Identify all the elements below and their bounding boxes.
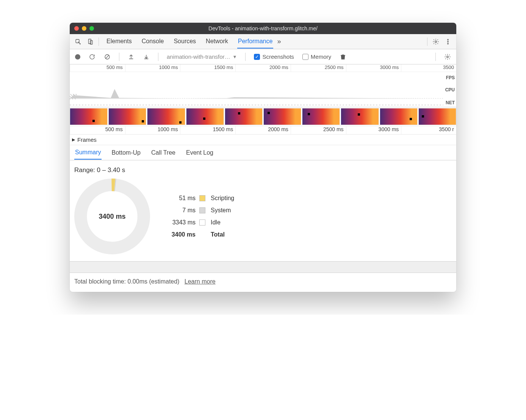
inspect-icon[interactable]	[72, 36, 84, 48]
performance-toolbar: animation-with-transfor… ▼ ✓ Screenshots…	[70, 49, 456, 64]
fps-lane-label: FPS	[446, 75, 455, 80]
svg-point-6	[448, 43, 449, 44]
cpu-lane-label: CPU	[445, 87, 455, 92]
minimize-window-button[interactable]	[82, 26, 86, 31]
tick: 1000 ms	[125, 126, 180, 134]
drawer-strip	[70, 262, 456, 273]
svg-point-4	[448, 39, 449, 40]
titlebar: DevTools - animation-with-transform.glit…	[70, 23, 456, 34]
load-profile-button[interactable]	[125, 53, 137, 60]
divider	[99, 38, 99, 46]
tab-console[interactable]: Console	[141, 35, 165, 49]
screenshots-label: Screenshots	[262, 53, 294, 60]
filmstrip-frame[interactable]	[108, 108, 146, 125]
memory-toggle[interactable]: Memory	[300, 53, 333, 60]
tick: 3000 ms	[346, 64, 401, 72]
learn-more-link[interactable]: Learn more	[185, 278, 216, 285]
overview-lanes: FPS CPU NET	[70, 72, 456, 107]
more-tabs-icon[interactable]: »	[273, 38, 285, 45]
legend-label: Scripting	[211, 195, 234, 202]
timeline-overview[interactable]: 500 ms 1000 ms 1500 ms 2000 ms 2500 ms 3…	[70, 64, 456, 107]
tab-summary[interactable]: Summary	[74, 146, 102, 160]
tab-bottom-up[interactable]: Bottom-Up	[111, 146, 141, 159]
filmstrip-frame[interactable]	[186, 108, 224, 125]
legend-value: 51 ms	[161, 195, 196, 202]
legend-swatch-idle	[199, 219, 205, 226]
panel-tabs: Elements Console Sources Network Perform…	[106, 35, 273, 49]
kebab-menu-icon[interactable]	[442, 36, 454, 48]
tab-sources[interactable]: Sources	[173, 35, 197, 49]
tab-performance[interactable]: Performance	[237, 35, 274, 49]
device-toggle-icon[interactable]	[84, 36, 96, 48]
screenshots-toggle[interactable]: ✓ Screenshots	[252, 53, 296, 60]
divider	[119, 53, 119, 61]
range-label: Range: 0 – 3.40 s	[74, 166, 452, 174]
tick: 500 ms	[70, 64, 125, 72]
save-profile-button[interactable]	[141, 53, 152, 60]
recording-selector[interactable]: animation-with-transfor… ▼	[164, 53, 239, 60]
summary-panel: Range: 0 – 3.40 s 3400 ms 51 ms Scriptin…	[70, 160, 456, 262]
frame-marker	[308, 113, 310, 115]
tick: 2500 ms	[291, 64, 346, 72]
frames-label: Frames	[77, 136, 97, 143]
filmstrip-frame[interactable]	[418, 108, 456, 125]
window-title: DevTools - animation-with-transform.glit…	[208, 25, 318, 31]
memory-label: Memory	[311, 53, 331, 60]
frame-marker	[92, 120, 95, 122]
frame-marker	[238, 112, 240, 114]
tick: 3500 r	[401, 126, 456, 134]
filmstrip-frame[interactable]	[341, 108, 379, 125]
screenshots-checkbox[interactable]: ✓	[254, 54, 260, 60]
details-tabbar: Summary Bottom-Up Call Tree Event Log	[70, 145, 456, 160]
flame-chart-ruler: 500 ms 1000 ms 1500 ms 2000 ms 2500 ms 3…	[70, 126, 456, 135]
screenshot-filmstrip[interactable]	[70, 107, 456, 126]
reload-record-button[interactable]	[86, 53, 98, 60]
frames-track-header[interactable]: ▶ Frames	[70, 135, 456, 145]
svg-point-8	[447, 56, 449, 58]
tab-network[interactable]: Network	[205, 35, 229, 49]
settings-icon[interactable]	[430, 36, 442, 48]
legend-value: 7 ms	[161, 207, 196, 214]
filmstrip-frame[interactable]	[380, 108, 418, 125]
filmstrip-frame[interactable]	[225, 108, 263, 125]
overview-ruler: 500 ms 1000 ms 1500 ms 2000 ms 2500 ms 3…	[70, 64, 456, 72]
capture-settings-icon[interactable]	[442, 53, 453, 60]
total-blocking-time-label: Total blocking time: 0.00ms (estimated)	[74, 278, 179, 285]
tick: 1500 ms	[180, 64, 235, 72]
footer: Total blocking time: 0.00ms (estimated) …	[70, 273, 456, 292]
tick: 3500	[401, 64, 456, 72]
maximize-window-button[interactable]	[89, 26, 94, 31]
legend-label: Idle	[211, 219, 234, 226]
filmstrip-frame[interactable]	[263, 108, 301, 125]
memory-checkbox[interactable]	[302, 54, 308, 60]
summary-donut-chart: 3400 ms	[74, 179, 150, 254]
tick: 2000 ms	[235, 126, 291, 134]
tick: 1000 ms	[125, 64, 180, 72]
divider	[427, 38, 427, 46]
tab-call-tree[interactable]: Call Tree	[150, 146, 176, 159]
garbage-collect-button[interactable]	[337, 53, 349, 60]
tab-elements[interactable]: Elements	[106, 35, 133, 49]
divider	[245, 53, 246, 61]
divider	[435, 53, 436, 61]
donut-center-label: 3400 ms	[74, 179, 150, 254]
traffic-lights	[70, 26, 94, 31]
close-window-button[interactable]	[74, 26, 79, 31]
frame-marker	[142, 120, 144, 122]
tab-event-log[interactable]: Event Log	[185, 146, 214, 159]
divider	[158, 53, 158, 61]
legend-total-label: Total	[211, 231, 234, 238]
frame-marker	[268, 112, 270, 114]
tick: 3000 ms	[346, 126, 401, 134]
filmstrip-frame[interactable]	[70, 108, 108, 125]
legend-swatch-system	[199, 207, 205, 213]
main-tabbar: Elements Console Sources Network Perform…	[70, 34, 456, 49]
filmstrip-frame[interactable]	[302, 108, 340, 125]
clear-button[interactable]	[102, 53, 113, 60]
legend-total-value: 3400 ms	[161, 231, 196, 238]
tick: 2500 ms	[291, 126, 346, 134]
dropdown-caret-icon: ▼	[233, 54, 237, 60]
filmstrip-frame[interactable]	[147, 108, 185, 125]
record-button[interactable]	[73, 54, 83, 60]
expand-icon: ▶	[72, 137, 75, 142]
